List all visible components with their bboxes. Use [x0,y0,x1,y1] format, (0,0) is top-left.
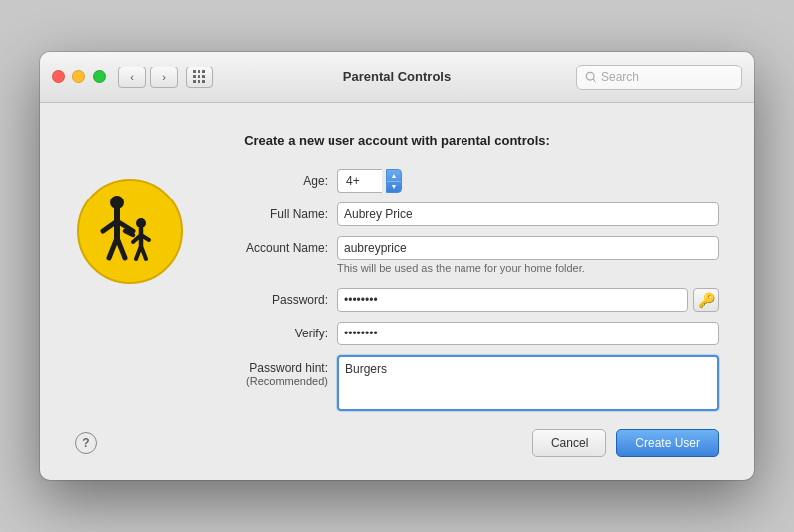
help-button[interactable]: ? [75,432,97,454]
form-fields: Age: 4+ ▲ ▼ Full Name: [208,169,719,411]
close-button[interactable] [52,70,65,83]
account-input[interactable] [337,236,719,260]
hint-sublabel: (Recommended) [208,375,328,387]
back-icon: ‹ [130,71,134,83]
verify-input[interactable] [337,322,719,345]
age-row: Age: 4+ ▲ ▼ [208,169,719,193]
age-label: Age: [208,174,337,188]
password-row: Password: 🔑 [208,288,719,312]
minimize-button[interactable] [72,70,85,83]
age-value: 4+ [337,169,382,193]
maximize-button[interactable] [93,70,106,83]
grid-icon [193,70,206,84]
search-bar[interactable]: Search [576,65,742,90]
parental-controls-icon [75,177,185,286]
account-row: Account Name: This will be used as the n… [208,236,719,278]
parental-controls-window: ‹ › Parental Controls Search Create a n [40,52,754,480]
back-button[interactable]: ‹ [118,66,146,88]
hint-label-container: Password hint: (Recommended) [208,355,337,387]
password-input[interactable] [337,288,688,312]
verify-label: Verify: [208,327,337,340]
account-hint: This will be used as the name for your h… [337,262,585,274]
nav-buttons: ‹ › [118,66,178,88]
hint-row: Password hint: (Recommended) Burgers [208,355,719,411]
form-content: Create a new user account with parental … [40,103,754,480]
age-select-container: 4+ ▲ ▼ [337,169,402,193]
cancel-button[interactable]: Cancel [532,429,606,457]
fullname-row: Full Name: [208,202,719,226]
footer-buttons: Cancel Create User [532,429,719,457]
age-up-button[interactable]: ▲ [387,170,401,182]
search-placeholder: Search [601,70,639,84]
grid-button[interactable] [186,66,213,88]
traffic-lights [52,70,106,83]
forward-icon: › [162,71,166,83]
password-field-container [337,288,688,312]
age-down-button[interactable]: ▼ [387,182,401,193]
fullname-label: Full Name: [208,207,337,221]
form-header: Create a new user account with parental … [75,131,719,149]
form-header-text: Create a new user account with parental … [244,133,550,148]
help-icon: ? [82,436,89,450]
verify-row: Verify: [208,322,719,345]
create-user-button[interactable]: Create User [616,429,719,457]
search-icon [585,71,596,83]
fullname-input[interactable] [337,202,719,226]
forward-button[interactable]: › [150,66,178,88]
titlebar: ‹ › Parental Controls Search [40,52,754,103]
key-icon: 🔑 [698,292,715,308]
account-label: Account Name: [208,241,337,255]
form-footer: ? Cancel Create User [75,429,719,457]
hint-input[interactable]: Burgers [337,355,719,411]
svg-line-1 [593,79,596,82]
password-label: Password: [208,293,337,307]
age-stepper[interactable]: ▲ ▼ [386,169,402,193]
hint-label: Password hint: [208,361,328,375]
parental-icon-container [75,177,185,290]
key-button[interactable]: 🔑 [693,288,719,312]
window-title: Parental Controls [343,69,451,84]
form-body: Age: 4+ ▲ ▼ Full Name: [75,169,719,411]
